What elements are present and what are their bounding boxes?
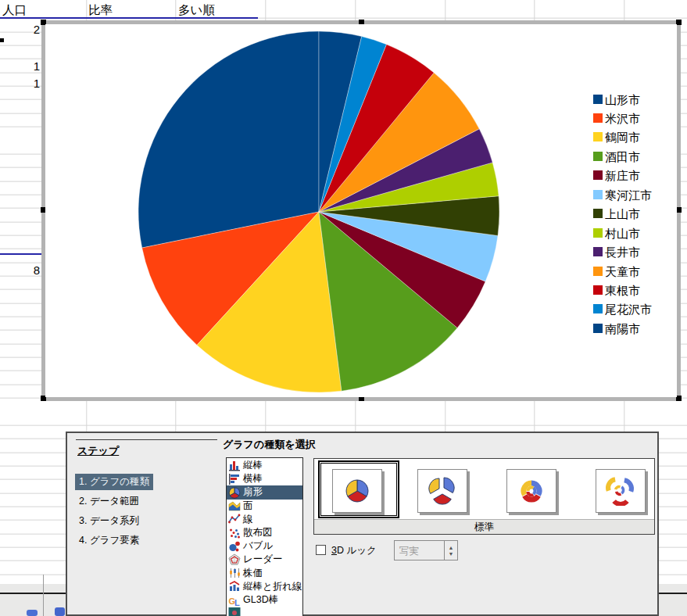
data-range-border-bottom <box>0 253 45 255</box>
chart-type-item-3[interactable]: 扇形 <box>227 485 302 499</box>
data-range-border-top <box>0 17 258 20</box>
chart-type-item-partial[interactable] <box>228 607 241 616</box>
steps-divider <box>76 439 217 440</box>
donut-icon <box>514 476 549 506</box>
legend-label: 米沢市 <box>605 112 640 127</box>
chart-type-icon <box>228 500 241 512</box>
legend-label: 寒河江市 <box>605 188 652 203</box>
chart-type-item-5[interactable]: 線 <box>227 513 302 526</box>
chart-type-icon <box>228 553 241 566</box>
subtype-card-donut[interactable] <box>506 469 556 513</box>
legend-label: 新庄市 <box>605 169 640 184</box>
threed-scheme-dropdown: 写実 ▲ ▼ <box>394 540 458 560</box>
chart-type-label: 扇形 <box>243 485 263 499</box>
legend-label: 天童市 <box>605 265 640 280</box>
exploded-pie-icon <box>425 476 460 506</box>
pie-slice-山形市[interactable] <box>138 31 319 248</box>
clipped-toolbar-glyph <box>55 607 65 616</box>
chart-type-icon: GL <box>228 594 241 607</box>
chart-type-icon <box>228 540 241 553</box>
cell-value: 8 <box>0 263 40 277</box>
chart-type-icon <box>228 473 241 485</box>
chart-wizard-dialog: ステップ 1. グラフの種類2. データ範囲3. データ系列4. グラフ要素 グ… <box>66 432 659 616</box>
chart-type-label: レーダー <box>243 553 283 566</box>
chart-type-item-4[interactable]: 面 <box>227 500 302 513</box>
legend-color-chip <box>593 113 603 123</box>
subtype-card-exploded-pie[interactable] <box>417 469 467 513</box>
wizard-step-4[interactable]: 4. グラフ要素 <box>75 532 143 549</box>
legend-label: 東根市 <box>605 284 640 299</box>
chart-type-icon <box>228 527 241 539</box>
wizard-step-2[interactable]: 2. データ範囲 <box>75 493 143 510</box>
threed-look-label: 3D ルック <box>331 544 377 557</box>
chart-type-label: GL3D棒 <box>243 593 278 607</box>
chart-type-label: 横棒 <box>243 472 263 485</box>
chart-type-icon <box>228 486 241 499</box>
threed-look-checkbox[interactable] <box>316 545 326 555</box>
cell-value: 1 <box>0 77 40 90</box>
subtype-card-exploded-donut[interactable] <box>596 469 646 513</box>
chart-type-item-2[interactable]: 横棒 <box>227 472 302 485</box>
legend-label: 村山市 <box>605 227 640 242</box>
chart-type-label: 縦棒と折れ線 <box>243 580 302 593</box>
chart-type-icon <box>228 580 241 593</box>
legend-color-chip <box>593 304 603 313</box>
chart-area[interactable]: 山形市米沢市鶴岡市酒田市新庄市寒河江市上山市村山市長井市天童市東根市尾花沢市南陽… <box>45 24 677 397</box>
chart-subtype-box: 標準 <box>313 458 655 535</box>
chart-type-label: 株価 <box>243 567 263 580</box>
legend-label: 酒田市 <box>605 150 640 165</box>
threed-scheme-value: 写実 <box>399 545 419 558</box>
legend-color-chip <box>593 95 603 104</box>
subtype-caption: 標準 <box>314 519 654 534</box>
legend-color-chip <box>593 267 603 276</box>
cell-value: 2 <box>0 23 40 36</box>
spin-up-icon: ▲ <box>449 545 454 550</box>
legend-color-chip <box>593 209 603 218</box>
chart-type-panel-title: グラフの種類を選択 <box>223 438 316 452</box>
clipped-toolbar-glyph <box>27 610 38 616</box>
chart-type-item-8[interactable]: レーダー <box>227 553 302 566</box>
legend-color-chip <box>593 247 603 256</box>
pie-chart[interactable] <box>45 24 677 397</box>
legend-label: 尾花沢市 <box>605 303 652 317</box>
screen: 人口比率多い順 2118 山形市米沢市鶴岡市酒田市新庄市寒河江市上山市村山市長井… <box>0 0 687 616</box>
legend-color-chip <box>593 132 603 141</box>
chart-type-label: 線 <box>243 513 253 526</box>
chart-type-list[interactable]: 縦棒横棒扇形面線散布図バブルレーダー株価縦棒と折れ線GLGL3D棒 <box>226 457 303 616</box>
legend-color-chip <box>593 152 603 161</box>
legend-color-chip <box>593 170 603 180</box>
legend-label: 山形市 <box>605 93 640 108</box>
legend-color-chip <box>593 324 603 333</box>
chart-type-item-10[interactable]: 縦棒と折れ線 <box>227 580 302 593</box>
wizard-step-1[interactable]: 1. グラフの種類 <box>75 474 153 490</box>
subtype-selected-frame <box>318 460 399 518</box>
legend-color-chip <box>593 190 603 199</box>
chart-type-item-9[interactable]: 株価 <box>227 567 302 580</box>
chart-type-item-6[interactable]: 散布図 <box>227 526 302 539</box>
steps-title: ステップ <box>77 444 119 458</box>
cell-value: 1 <box>0 59 40 73</box>
chart-type-icon <box>228 567 241 579</box>
wizard-step-3[interactable]: 3. データ系列 <box>75 513 143 529</box>
legend-color-chip <box>593 228 603 238</box>
chart-type-label: バブル <box>243 539 273 553</box>
chart-type-icon <box>228 607 241 616</box>
chart-type-label: 面 <box>243 500 253 513</box>
chart-type-label: 散布図 <box>243 526 273 539</box>
chart-type-icon <box>228 460 241 472</box>
legend-label: 鶴岡市 <box>605 131 640 145</box>
svg-text:L: L <box>234 597 240 607</box>
legend-color-chip <box>593 285 603 295</box>
chart-type-item-1[interactable]: 縦棒 <box>227 459 302 472</box>
chart-type-item-11[interactable]: GLGL3D棒 <box>227 593 302 607</box>
spin-down-icon: ▼ <box>449 551 454 557</box>
range-handle[interactable] <box>0 38 4 42</box>
exploded-donut-icon <box>603 476 638 506</box>
chart-type-icon <box>228 513 241 525</box>
legend-label: 南陽市 <box>605 322 640 337</box>
legend-label: 長井市 <box>605 245 640 260</box>
chart-type-item-7[interactable]: バブル <box>227 539 302 553</box>
spinner-buttons: ▲ ▼ <box>444 541 457 560</box>
pane-divider <box>43 575 44 616</box>
legend-label: 上山市 <box>605 207 640 222</box>
